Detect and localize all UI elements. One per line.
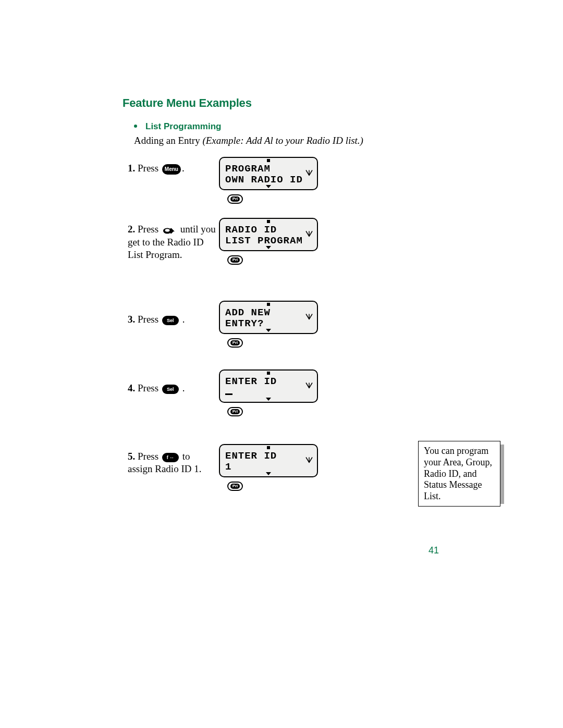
page: Feature Menu Examples List Programming A… [0,0,563,728]
step-1-screen-wrap: PROGRAM OWN RADIO ID Prl [219,157,323,204]
step-2: 2. Press until you get to the Radio ID L… [128,220,456,295]
lcd-line1: RADIO ID [225,225,312,235]
prl-label: Prl [230,196,240,202]
step-5-text: 5. Press f ↔ to assign Radio ID 1. [128,450,216,475]
lcd-line1: ENTER ID [225,451,312,461]
step-1-number: 1. [128,163,135,174]
lcd-screen: RADIO ID LIST PROGRAM [219,218,318,251]
signal-icon [305,313,313,323]
down-arrow-icon [266,472,271,475]
lcd-line2 [225,388,312,398]
prl-button-icon: Prl [227,407,243,416]
step-2-text: 2. Press until you get to the Radio ID L… [128,223,216,261]
step-4-text: 4. Press Sel . [128,382,216,394]
sel-button-icon: Sel [162,316,179,325]
step-2-screen-wrap: RADIO ID LIST PROGRAM Prl [219,218,323,265]
step-1: 1. Press Menu. PROGRAM OWN RADIO ID Prl [128,159,456,214]
sel-button-icon: Sel [162,385,179,394]
step-4-number: 4. [128,382,135,393]
note-box-wrap: You can program your Area, Group, Radio … [418,441,500,507]
down-arrow-icon [266,398,271,401]
signal-icon [305,456,313,466]
note-box: You can program your Area, Group, Radio … [418,441,500,507]
scroll-right-icon [162,225,177,236]
down-arrow-icon [266,185,271,188]
lcd-screen: ENTER ID [219,369,318,403]
prl-label: Prl [230,257,240,263]
step-3-before: Press [135,314,161,325]
step-5-number: 5. [128,451,135,462]
step-5-screen-wrap: ENTER ID 1 Prl You can program your Area… [219,444,323,491]
menu-button-icon: Menu [162,164,181,175]
step-4: 4. Press Sel . ENTER ID Prl [128,371,456,441]
svg-point-1 [165,229,169,232]
lcd-line2: 1 [225,462,312,472]
step-5: 5. Press f ↔ to assign Radio ID 1. ENTER… [128,447,456,515]
page-number: 41 [429,545,439,556]
f-key-icon: f ↔ [162,453,179,462]
lcd-screen: ENTER ID 1 [219,444,318,477]
step-1-before: Press [135,163,161,174]
signal-icon [305,230,313,240]
prl-button-icon: Prl [227,255,243,265]
down-arrow-icon [266,329,271,332]
lcd-line2: OWN RADIO ID [225,175,312,185]
page-title: Feature Menu Examples [123,96,456,110]
lcd-screen: ADD NEW ENTRY? [219,301,318,334]
subheading-row: List Programming [123,121,456,132]
signal-icon [305,169,313,179]
lcd-line1: ADD NEW [225,308,312,318]
prl-button-icon: Prl [227,482,243,491]
subheading: List Programming [145,121,221,131]
step-2-before: Press [135,224,161,235]
content-area: Feature Menu Examples List Programming A… [123,96,456,521]
cursor-dash-icon [225,393,232,395]
lcd-screen: PROGRAM OWN RADIO ID [219,157,318,190]
prl-button-icon: Prl [227,194,243,204]
lcd-line1: ENTER ID [225,377,312,387]
step-3-number: 3. [128,314,135,325]
intro-regular: Adding an Entry [134,135,202,146]
step-2-number: 2. [128,224,135,235]
step-3-screen-wrap: ADD NEW ENTRY? Prl [219,301,323,348]
prl-label: Prl [230,409,240,414]
step-4-after: . [180,382,185,393]
prl-label: Prl [230,484,240,489]
step-3-text: 3. Press Sel . [128,313,216,326]
step-4-screen-wrap: ENTER ID Prl [219,369,323,416]
signal-icon [305,381,313,391]
down-arrow-icon [266,246,271,249]
lcd-line2: LIST PROGRAM [225,236,312,246]
prl-label: Prl [230,340,240,346]
intro-line: Adding an Entry (Example: Add Al to your… [123,135,456,146]
lcd-line2: ENTRY? [225,319,312,329]
step-3: 3. Press Sel . ADD NEW ENTRY? Prl [128,302,456,364]
bullet-icon [134,125,137,128]
step-5-before: Press [135,451,161,462]
step-1-text: 1. Press Menu. [128,162,216,175]
step-3-after: . [180,314,185,325]
lcd-line1: PROGRAM [225,164,312,174]
step-1-after: . [182,163,185,174]
prl-button-icon: Prl [227,338,243,348]
step-4-before: Press [135,382,161,393]
steps-list: 1. Press Menu. PROGRAM OWN RADIO ID Prl [123,159,456,515]
intro-italic: (Example: Add Al to your Radio ID list.) [202,135,363,146]
